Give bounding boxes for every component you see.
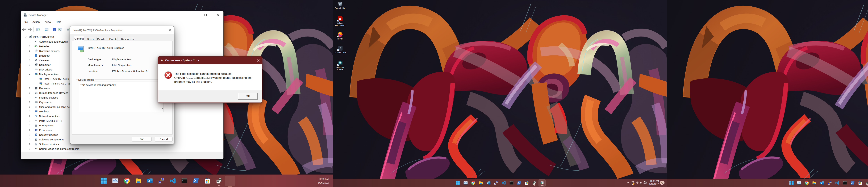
svg-text:C:\_: C:\_ xyxy=(510,181,511,182)
svg-text:>_: >_ xyxy=(510,182,511,183)
svg-text:C:\_: C:\_ xyxy=(182,179,184,179)
svg-text:>_: >_ xyxy=(182,180,184,182)
svg-text:?: ? xyxy=(54,28,55,31)
svg-text:C:\_: C:\_ xyxy=(843,181,845,182)
svg-text:>_: >_ xyxy=(843,182,844,183)
